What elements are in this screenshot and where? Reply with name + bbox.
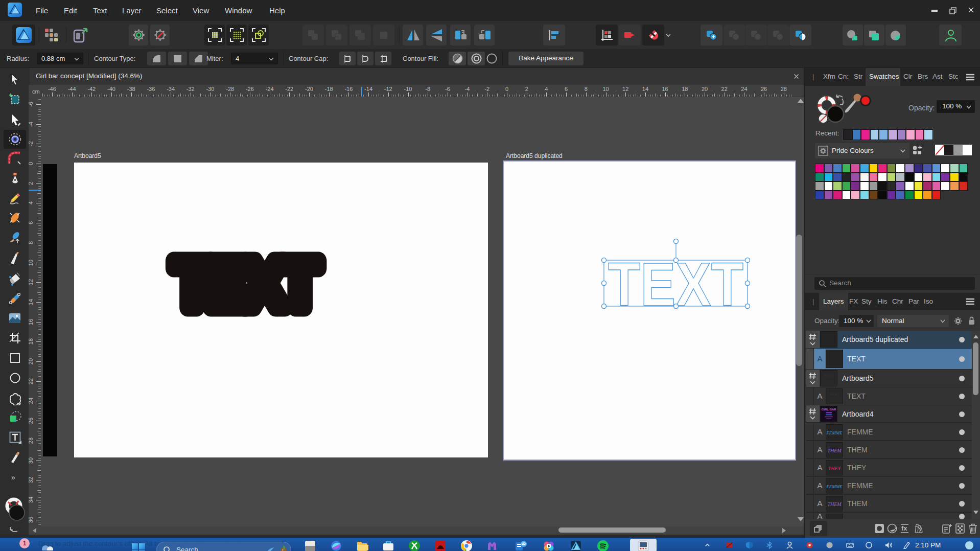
svg-text:fx: fx (901, 524, 907, 532)
svg-text:THEM: THEM (827, 501, 842, 507)
svg-text:THEY: THEY (828, 466, 842, 471)
svg-text:FEMME: FEMME (826, 430, 843, 435)
svg-text:TEXT: TEXT (173, 246, 319, 322)
svg-text:FEMME: FEMME (826, 484, 843, 489)
svg-text:GIRL BAR: GIRL BAR (822, 408, 837, 411)
svg-text:TEXT: TEXT (829, 392, 840, 397)
svg-text:THEM: THEM (827, 448, 842, 453)
svg-text:TEXT: TEXT (824, 374, 834, 378)
